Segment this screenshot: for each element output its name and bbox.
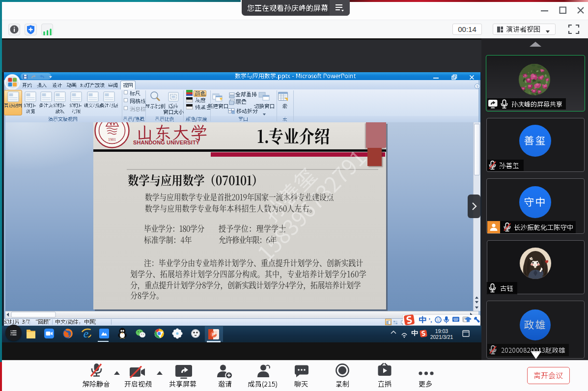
svg-text:?: ?: [476, 84, 478, 89]
svg-text:P: P: [212, 332, 215, 337]
svg-text:1901: 1901: [108, 138, 116, 142]
svg-text:2021/3/21: 2021/3/21: [430, 334, 453, 340]
svg-text:19:03: 19:03: [435, 328, 448, 334]
svg-text:’,: ’,: [428, 316, 432, 324]
